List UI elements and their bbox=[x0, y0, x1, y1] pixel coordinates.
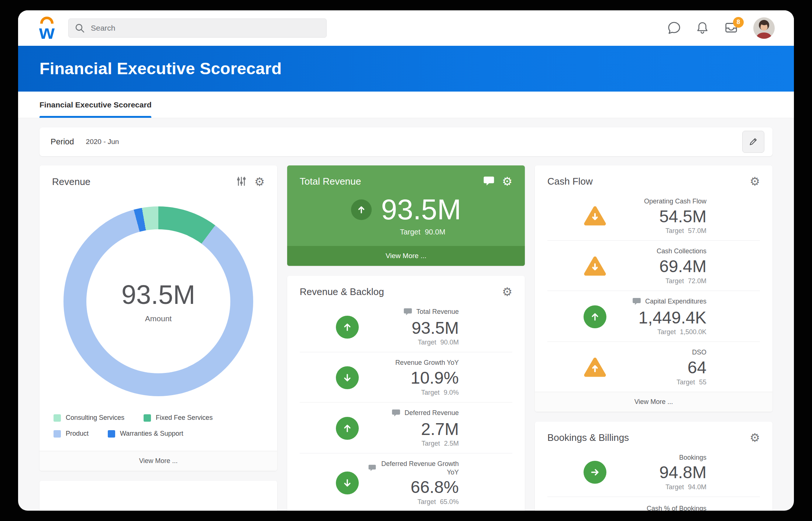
right-column: Cash Flow ⚙ bbox=[535, 165, 773, 511]
donut-center-value: 93.5M bbox=[121, 280, 195, 310]
metric-label-row: Deferred Revenue Growth YoY bbox=[368, 460, 459, 476]
chart-filter-button[interactable] bbox=[236, 176, 247, 188]
target-label: Target bbox=[400, 228, 420, 236]
bookings-billings-card: Bookings & Billings ⚙ bbox=[535, 422, 773, 511]
revenue-view-more[interactable]: View More ... bbox=[39, 451, 277, 471]
metric-target: Target 72.0M bbox=[616, 277, 706, 285]
revenue-card-actions: ⚙ bbox=[236, 176, 265, 188]
metric-row-operating-cash-flow: Operating Cash Flow 54.5M Target 57.0M bbox=[547, 191, 760, 241]
trend-up-icon bbox=[584, 305, 606, 328]
warning-down-icon bbox=[584, 206, 606, 226]
cash-flow-header: Cash Flow ⚙ bbox=[535, 165, 773, 191]
legend-item-warranties-support[interactable]: Warranties & Support bbox=[108, 430, 183, 438]
cash-flow-metrics: Operating Cash Flow 54.5M Target 57.0M bbox=[535, 191, 773, 392]
target-label: Target bbox=[665, 227, 684, 235]
target-value: 90.0M bbox=[425, 228, 445, 236]
revenue-legend: Consulting Services Fixed Fee Services P… bbox=[39, 414, 277, 451]
trend-up-icon bbox=[351, 199, 372, 220]
metric-row-total-revenue: Total Revenue 93.5M Target 90.0M bbox=[300, 301, 512, 353]
target-value: 94.0M bbox=[688, 483, 706, 491]
metric-row-deferred-revenue-growth-yoy: Deferred Revenue Growth YoY 66.8% Target… bbox=[300, 453, 512, 511]
legend-swatch bbox=[108, 430, 115, 438]
metric-label-row: Cash Collections bbox=[657, 247, 706, 256]
metric-label: Cash % of Bookings bbox=[647, 504, 706, 511]
metric-label: Revenue Growth YoY bbox=[395, 359, 459, 367]
cash-flow-card: Cash Flow ⚙ bbox=[535, 165, 773, 412]
metric-value: 10.9% bbox=[368, 368, 459, 388]
tab-financial-executive-scorecard[interactable]: Financial Executive Scorecard bbox=[39, 92, 151, 118]
metric-row-bookings: Bookings 94.8M Target 94.0M bbox=[547, 447, 760, 497]
target-label: Target bbox=[677, 378, 695, 386]
metric-row-deferred-revenue: Deferred Revenue 2.7M Target 2.5M bbox=[300, 402, 512, 454]
metric-value: 94.8M bbox=[616, 463, 706, 482]
content: Period 2020 - Jun Revenue bbox=[18, 118, 794, 511]
metric-label: Capital Expenditures bbox=[645, 297, 706, 306]
target-label: Target bbox=[422, 440, 440, 448]
target-label: Target bbox=[418, 339, 436, 346]
profile-button[interactable] bbox=[753, 17, 775, 39]
trend-flat-icon bbox=[584, 461, 606, 484]
revenue-donut-ring[interactable]: 93.5M Amount bbox=[63, 206, 253, 396]
metric-label: Operating Cash Flow bbox=[644, 197, 706, 206]
target-value: 90.0M bbox=[440, 339, 459, 346]
edit-period-button[interactable] bbox=[742, 131, 764, 153]
revenue-backlog-settings-button[interactable]: ⚙ bbox=[502, 286, 512, 298]
total-revenue-target: Target 90.0M bbox=[304, 226, 541, 246]
legend-item-product[interactable]: Product bbox=[54, 430, 89, 438]
metric-text: DSO 64 Target 55 bbox=[616, 348, 706, 386]
metric-text: Capital Expenditures 1,449.4K Target 1,5… bbox=[616, 297, 706, 336]
metric-label-row: Operating Cash Flow bbox=[644, 197, 706, 206]
page-title: Financial Executive Scorecard bbox=[39, 59, 282, 78]
metric-text: Deferred Revenue 2.7M Target 2.5M bbox=[368, 409, 459, 448]
revenue-donut-center: 93.5M Amount bbox=[86, 229, 230, 373]
donut-center-label: Amount bbox=[145, 314, 172, 323]
cash-flow-view-more[interactable]: View More ... bbox=[535, 392, 773, 412]
target-label: Target bbox=[657, 328, 676, 336]
metric-row-cash-collections: Cash Collections 69.4M Target 72.0M bbox=[547, 241, 760, 291]
search-input[interactable] bbox=[68, 18, 327, 38]
metric-label: Bookings bbox=[679, 453, 706, 462]
inbox-button[interactable]: 8 bbox=[724, 21, 739, 36]
notifications-button[interactable] bbox=[696, 21, 709, 36]
revenue-backlog-metrics: Total Revenue 93.5M Target 90.0M bbox=[287, 301, 525, 511]
legend-swatch bbox=[54, 414, 61, 422]
metric-row-revenue-growth-yoy: Revenue Growth YoY 10.9% Target 9.0% bbox=[300, 352, 512, 402]
legend-item-consulting-services[interactable]: Consulting Services bbox=[54, 414, 124, 422]
metric-label: Deferred Revenue Growth YoY bbox=[380, 460, 459, 476]
cash-flow-settings-button[interactable]: ⚙ bbox=[750, 176, 760, 187]
total-revenue-settings-button[interactable]: ⚙ bbox=[502, 176, 512, 187]
cash-flow-title: Cash Flow bbox=[547, 176, 593, 187]
screenshot-frame: w 8 bbox=[0, 0, 812, 521]
trend-up-icon bbox=[336, 417, 359, 440]
target-label: Target bbox=[665, 277, 684, 285]
legend-swatch bbox=[144, 414, 151, 422]
metric-value: 69.4M bbox=[616, 257, 706, 276]
sliders-icon bbox=[236, 176, 247, 188]
app-window: w 8 bbox=[18, 10, 794, 511]
metric-target: Target 1,500.0K bbox=[616, 328, 706, 336]
legend-item-fixed-fee-services[interactable]: Fixed Fee Services bbox=[144, 414, 213, 422]
search-icon bbox=[75, 23, 85, 33]
legend-label: Warranties & Support bbox=[120, 430, 183, 438]
target-value: 2.5M bbox=[444, 440, 459, 448]
metric-label-row: Total Revenue bbox=[403, 308, 459, 316]
total-revenue-view-more[interactable]: View More ... bbox=[287, 246, 525, 266]
workday-logo[interactable]: w bbox=[35, 16, 59, 40]
metric-label: Deferred Revenue bbox=[405, 409, 459, 417]
revenue-backlog-header: Revenue & Backlog ⚙ bbox=[287, 276, 525, 301]
revenue-backlog-card: Revenue & Backlog ⚙ bbox=[287, 276, 525, 511]
target-value: 9.0% bbox=[444, 389, 459, 397]
page-banner: Financial Executive Scorecard bbox=[18, 46, 794, 92]
comment-icon bbox=[632, 298, 641, 305]
metric-text: Total Revenue 93.5M Target 90.0M bbox=[368, 308, 459, 347]
trend-up-icon bbox=[336, 316, 359, 339]
chat-button[interactable] bbox=[667, 21, 681, 36]
comment-button[interactable] bbox=[483, 176, 495, 187]
revenue-settings-button[interactable]: ⚙ bbox=[254, 176, 265, 188]
dashboard-grid: Revenue ⚙ bbox=[39, 165, 773, 511]
metric-target: Target 94.0M bbox=[616, 483, 706, 491]
metric-text: Cash % of Bookings bbox=[584, 504, 706, 511]
metric-label-row: Deferred Revenue bbox=[392, 409, 459, 417]
bookings-metrics: Bookings 94.8M Target 94.0M bbox=[535, 447, 773, 511]
bookings-settings-button[interactable]: ⚙ bbox=[750, 432, 760, 443]
